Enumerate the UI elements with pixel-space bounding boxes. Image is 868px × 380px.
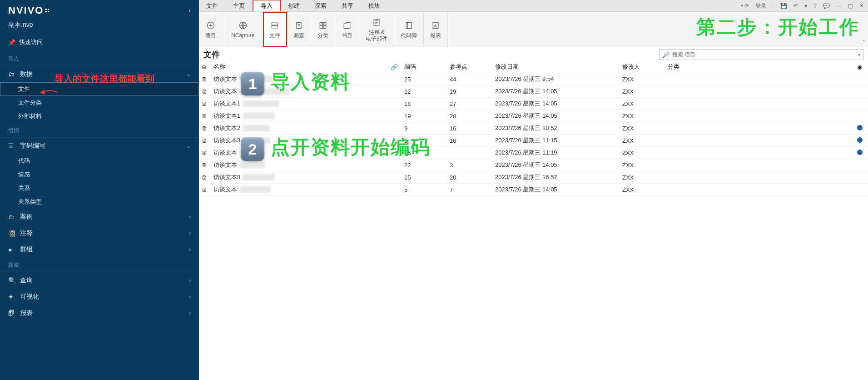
table-row[interactable]: 🗎访谈文本29162023/7/26 星期三 10:52ZXX bbox=[199, 122, 868, 135]
ribbon-collapse-icon[interactable]: ˄ bbox=[863, 40, 865, 46]
sidebar-collapse-icon[interactable]: ‹ bbox=[188, 7, 191, 14]
nav-annotations[interactable]: 📓注释 › bbox=[0, 225, 199, 241]
search-box[interactable]: 🔎 ▾ bbox=[659, 49, 863, 60]
col-class[interactable]: 分类 bbox=[665, 61, 854, 73]
maximize-icon[interactable]: ▢ bbox=[847, 3, 854, 9]
ribbon-survey[interactable]: 调查 bbox=[287, 12, 311, 47]
table-row[interactable]: 🗎访谈文本118272023/7/26 星期三 14:05ZXX bbox=[199, 98, 868, 110]
search-icon: 🔍 bbox=[8, 277, 15, 284]
tab-module[interactable]: 模块 bbox=[361, 0, 388, 11]
tab-share[interactable]: 共享 bbox=[334, 0, 361, 11]
quick-access[interactable]: 📌 快速访问 bbox=[0, 34, 199, 51]
reports-icon: 🗐 bbox=[8, 310, 15, 317]
login-button[interactable]: 登录 bbox=[754, 2, 768, 10]
main-panel: 文件 主页 导入 创建 探索 共享 模块 • ⟳ 登录 · 💾 ↶ ▾ ? 💬 … bbox=[199, 0, 868, 380]
annotation-step-banner: 第二步：开始工作 bbox=[696, 15, 860, 40]
ribbon-codebook[interactable]: 代码簿 bbox=[394, 12, 424, 47]
nav-coding-codes[interactable]: 代码 bbox=[0, 154, 199, 168]
table-row[interactable]: 🗎访谈文本572023/7/26 星期三 14:05ZXX bbox=[199, 184, 868, 196]
ribbon-project[interactable]: 项目 bbox=[199, 12, 223, 47]
save-icon[interactable]: 💾 bbox=[779, 3, 789, 9]
nav-queries-label: 查询 bbox=[20, 276, 33, 285]
cell-link bbox=[388, 110, 402, 122]
minimize-icon[interactable]: — bbox=[835, 3, 843, 9]
cell-link bbox=[388, 147, 402, 159]
col-link-icon[interactable]: 🔗 bbox=[388, 61, 402, 73]
ribbon-files[interactable]: 文件 bbox=[263, 12, 287, 47]
nav-data-files[interactable]: 文件 bbox=[0, 82, 199, 96]
cell-name: 访谈文本 bbox=[211, 184, 388, 196]
classify-icon bbox=[318, 21, 327, 30]
undo-icon[interactable]: ↶ bbox=[792, 3, 799, 9]
ribbon: 项目 NCapture 文件 调查 分类 书目 注释 & 电子邮件 代码簿 bbox=[199, 12, 868, 47]
table-row[interactable]: 🗎访谈文本39162023/7/26 星期三 11:15ZXX bbox=[199, 135, 868, 147]
table-row[interactable]: 🗎访谈文本2232023/7/26 星期三 14:05ZXX bbox=[199, 159, 868, 171]
nav-coding-sentiment[interactable]: 情感 bbox=[0, 168, 199, 181]
table-row[interactable]: 🗎访谈文本119282023/7/26 星期三 14:05ZXX bbox=[199, 110, 868, 122]
ribbon-report[interactable]: 报表 bbox=[424, 12, 448, 47]
table-row[interactable]: 🗎访谈文本152023/7/26 星期三 11:19ZXX bbox=[199, 147, 868, 159]
cell-class bbox=[665, 98, 854, 110]
cell-code: 18 bbox=[402, 98, 447, 110]
search-input[interactable] bbox=[672, 51, 855, 58]
ribbon-report-label: 报表 bbox=[430, 33, 441, 39]
globe-icon bbox=[238, 21, 248, 30]
nav-cases[interactable]: 🗀案例 › bbox=[0, 209, 199, 225]
col-name[interactable]: 名称 bbox=[211, 61, 388, 73]
col-indicator-icon[interactable]: ◉ bbox=[854, 61, 868, 73]
nav-coding-relations[interactable]: 关系 bbox=[0, 181, 199, 195]
feedback-icon[interactable]: 💬 bbox=[822, 3, 831, 9]
ribbon-classify[interactable]: 分类 bbox=[311, 12, 335, 47]
cell-code: 25 bbox=[402, 73, 447, 85]
cell-class bbox=[665, 184, 854, 196]
tab-file[interactable]: 文件 bbox=[199, 0, 226, 11]
nav-vis[interactable]: ✦可视化 › bbox=[0, 289, 199, 305]
menubar: 文件 主页 导入 创建 探索 共享 模块 • ⟳ 登录 · 💾 ↶ ▾ ? 💬 … bbox=[199, 0, 868, 12]
tab-import[interactable]: 导入 bbox=[253, 0, 281, 11]
content-title: 文件 bbox=[203, 49, 220, 60]
svg-rect-6 bbox=[323, 22, 326, 25]
table-row[interactable]: 🗎访谈文本25442023/7/26 星期三 9:54ZXX bbox=[199, 73, 868, 85]
document-icon: 🗎 bbox=[199, 98, 211, 110]
ribbon-ncapture[interactable]: NCapture bbox=[223, 12, 263, 47]
col-code[interactable]: 编码 bbox=[402, 61, 447, 73]
nav-sets[interactable]: ●群组 › bbox=[0, 241, 199, 258]
tab-home[interactable]: 主页 bbox=[226, 0, 253, 11]
search-dropdown-icon[interactable]: ▾ bbox=[858, 52, 860, 57]
col-add-icon[interactable]: ⊕ bbox=[199, 61, 211, 73]
chevron-right-icon: › bbox=[189, 246, 191, 253]
help-icon[interactable]: ? bbox=[812, 3, 818, 9]
cell-class bbox=[665, 122, 854, 135]
nav-data[interactable]: 🗂数据 ⌄ bbox=[0, 66, 199, 82]
nav-reports[interactable]: 🗐报表 › bbox=[0, 305, 199, 321]
col-by[interactable]: 修改人 bbox=[620, 61, 665, 73]
report-icon bbox=[431, 21, 440, 30]
nav-data-file-class[interactable]: 文件分类 bbox=[0, 96, 199, 110]
files-icon bbox=[270, 21, 279, 30]
status-dot-icon bbox=[857, 150, 863, 155]
col-ref[interactable]: 参考点 bbox=[447, 61, 492, 73]
tab-explore[interactable]: 探索 bbox=[308, 0, 334, 11]
nav-coding[interactable]: ☰字码编写 ⌄ bbox=[0, 138, 199, 154]
nav-data-external[interactable]: 外部材料 bbox=[0, 110, 199, 123]
ribbon-bookmarks[interactable]: 书目 bbox=[335, 12, 359, 47]
app-logo-text: NVIVO bbox=[8, 5, 44, 16]
nav-queries[interactable]: 🔍查询 › bbox=[0, 272, 199, 289]
ribbon-notes[interactable]: 注释 & 电子邮件 bbox=[359, 12, 394, 47]
codebook-icon bbox=[404, 21, 413, 30]
table-row[interactable]: 🗎访谈文本12192023/7/26 星期三 14:05ZXX bbox=[199, 85, 868, 98]
redo-icon[interactable]: ▾ bbox=[803, 3, 808, 9]
cell-by: ZXX bbox=[620, 135, 665, 147]
cell-class bbox=[665, 171, 854, 184]
tab-create[interactable]: 创建 bbox=[281, 0, 308, 11]
cell-indicator bbox=[854, 184, 868, 196]
nav-coding-reltypes[interactable]: 关系类型 bbox=[0, 195, 199, 209]
col-modified[interactable]: 修改日期 bbox=[492, 61, 620, 73]
data-icon: 🗂 bbox=[8, 70, 15, 78]
cell-ref: 44 bbox=[447, 73, 492, 85]
table-row[interactable]: 🗎访谈文本815202023/7/26 星期三 16:57ZXX bbox=[199, 171, 868, 184]
sync-icon[interactable]: • ⟳ bbox=[739, 3, 750, 9]
sep: · bbox=[771, 3, 775, 9]
close-icon[interactable]: ✕ bbox=[858, 3, 865, 9]
cell-link bbox=[388, 135, 402, 147]
